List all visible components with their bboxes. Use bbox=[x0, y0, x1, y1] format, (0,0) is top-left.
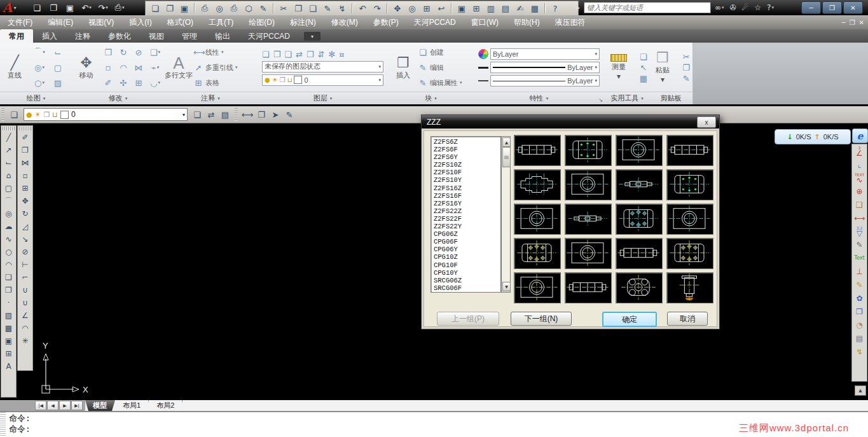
ok-button[interactable]: 确定 bbox=[602, 312, 657, 327]
favorites-star-icon[interactable]: ☆ bbox=[754, 3, 761, 12]
palette-icon[interactable]: ⬡ bbox=[242, 3, 256, 14]
block-list-item[interactable]: CPG10F bbox=[434, 261, 500, 269]
app-logo[interactable]: A ▾ bbox=[1, 0, 27, 15]
polyline-icon[interactable]: ⌙ bbox=[2, 156, 15, 169]
block-list-item[interactable]: CPG06Z bbox=[434, 230, 500, 238]
block-thumbnail[interactable] bbox=[565, 204, 612, 235]
layer-control-dropdown[interactable]: ●☀❐⊔ 0 ▾ bbox=[24, 108, 188, 121]
dialog-close-button[interactable]: x bbox=[697, 116, 716, 128]
roughness-icon[interactable]: 3.2▽ bbox=[853, 225, 866, 238]
quickcalc-icon[interactable]: ▦ bbox=[528, 3, 542, 14]
polyline-icon[interactable]: ⌙ bbox=[50, 45, 66, 60]
save-icon[interactable]: ▣ bbox=[62, 1, 78, 14]
menu-item[interactable]: 格式(O) bbox=[160, 15, 201, 29]
restore-button[interactable]: ❐ bbox=[822, 1, 842, 14]
menu-item[interactable]: 绘图(D) bbox=[241, 15, 282, 29]
insert-block-icon[interactable]: ❏ bbox=[2, 271, 15, 284]
cut-icon[interactable]: ✂ bbox=[277, 3, 291, 14]
sketch-icon[interactable]: ✎ bbox=[282, 108, 296, 121]
chamfer-icon[interactable]: ◡▾ bbox=[146, 75, 164, 90]
designcenter-icon[interactable]: ⊞ bbox=[469, 3, 483, 14]
balloon-icon[interactable]: ◔ bbox=[853, 318, 866, 331]
menu-item[interactable]: 视图(V) bbox=[81, 15, 121, 29]
minimize-button[interactable]: ─ bbox=[801, 1, 821, 14]
3d-rotate-icon[interactable]: ✣ bbox=[116, 75, 131, 90]
tab-prev-icon[interactable]: ◀ bbox=[47, 401, 59, 410]
chamfer-dim-icon[interactable]: 3∠ bbox=[853, 144, 866, 158]
gradient-icon[interactable]: ▩ bbox=[2, 322, 15, 335]
doc-close-button[interactable]: ✕ bbox=[859, 19, 864, 26]
layer-properties-icon[interactable]: ❏ bbox=[7, 108, 21, 121]
symbol-library-icon[interactable]: ✿ bbox=[853, 291, 866, 305]
menu-item[interactable]: 天河PCCAD bbox=[406, 15, 464, 29]
block-thumbnail[interactable] bbox=[565, 238, 612, 269]
extend-icon[interactable]: ⊢ bbox=[18, 258, 32, 271]
block-thumbnail[interactable] bbox=[666, 169, 713, 200]
block-thumbnail[interactable] bbox=[514, 204, 561, 235]
save-icon[interactable]: ▣ bbox=[177, 3, 191, 14]
bolt-icon[interactable]: ↯ bbox=[853, 345, 866, 358]
layer-change-icon[interactable]: ⇄ bbox=[296, 50, 303, 59]
block-thumbnail[interactable] bbox=[514, 169, 561, 200]
panel-annotate-footer[interactable]: 注释▾ bbox=[164, 92, 257, 104]
plot-icon[interactable]: ⎙▾ bbox=[112, 1, 127, 14]
command-line-area[interactable]: 命令:命令: 三维网www.3dportal.cn bbox=[0, 411, 868, 437]
layer-translate-icon[interactable]: ▤ bbox=[218, 108, 232, 121]
layer-prev-icon[interactable]: ❑ bbox=[284, 50, 292, 59]
layer-match-icon[interactable]: ❐ bbox=[273, 50, 281, 59]
search-input[interactable] bbox=[584, 2, 711, 13]
break-point-icon[interactable]: ⌐ bbox=[18, 271, 32, 284]
rectangle-icon[interactable]: ▢ bbox=[50, 60, 66, 75]
menu-item[interactable]: 工具(T) bbox=[201, 15, 241, 29]
sheetset-icon[interactable]: ▤ bbox=[499, 3, 513, 14]
menu-item[interactable]: 液压图符 bbox=[548, 15, 593, 29]
copy-icon[interactable]: ❐ bbox=[100, 45, 116, 60]
attribute-edit-button[interactable]: ✎编辑属性▾ bbox=[418, 75, 462, 90]
attribute-edit-icon[interactable]: ✎ bbox=[853, 278, 866, 291]
explode-icon[interactable]: ⊞ bbox=[131, 75, 146, 90]
dialog-launcher-icon[interactable]: ↘ bbox=[598, 97, 603, 103]
datum-icon[interactable]: ⊥ bbox=[853, 265, 866, 278]
undo-icon[interactable]: ↶▾ bbox=[79, 1, 94, 14]
rotate-icon[interactable]: ↻ bbox=[116, 45, 131, 60]
script-icon[interactable]: ➤ bbox=[268, 108, 282, 121]
copy-clip-icon[interactable]: ❐ bbox=[682, 63, 690, 73]
plot-icon[interactable]: ⎙ bbox=[198, 3, 212, 14]
command-grip[interactable] bbox=[0, 412, 6, 437]
publish-icon[interactable]: ⎙ bbox=[227, 3, 241, 14]
point-id-icon[interactable]: ↖ bbox=[640, 63, 647, 73]
redo-icon[interactable]: ↷▾ bbox=[95, 1, 111, 14]
fillet-icon[interactable]: ◠ bbox=[116, 60, 131, 75]
block-thumbnail[interactable] bbox=[514, 238, 561, 269]
panel-block-footer[interactable]: 块▾ bbox=[389, 92, 473, 104]
line-icon[interactable]: ╱ bbox=[2, 131, 15, 144]
toolbar-grip[interactable] bbox=[1, 108, 4, 121]
zoom-realtime-icon[interactable]: ◎ bbox=[405, 3, 419, 14]
communication-key-icon[interactable]: ✇ bbox=[729, 3, 736, 12]
paste-special-icon[interactable]: ✎ bbox=[682, 74, 690, 83]
spline-icon[interactable]: ∿ bbox=[2, 233, 15, 246]
ribbon-tab-注释[interactable]: 注释 bbox=[66, 29, 99, 43]
sketch-icon[interactable]: ✎ bbox=[853, 238, 866, 251]
mirror-icon[interactable]: ⋈ bbox=[18, 156, 32, 169]
zoom-previous-icon[interactable]: ↩ bbox=[434, 3, 448, 14]
doc-minimize-button[interactable]: ─ bbox=[842, 19, 846, 26]
block-list-item[interactable]: Z2FS10Z bbox=[434, 161, 500, 169]
matchprop-icon[interactable]: ✎ bbox=[320, 3, 334, 14]
rotate-icon[interactable]: ↻ bbox=[18, 207, 32, 220]
search-binoculars-icon[interactable]: ∞▾ bbox=[715, 3, 724, 12]
table-icon[interactable]: ⊞ bbox=[2, 347, 15, 360]
subscription-satellite-icon[interactable]: ☄ bbox=[742, 3, 749, 12]
chamfer-icon[interactable]: ∠ bbox=[18, 309, 32, 322]
menu-item[interactable]: 修改(M) bbox=[324, 15, 366, 29]
multileader-button[interactable]: ➚多重引线▾ bbox=[193, 60, 238, 75]
arc-icon[interactable]: ⌒▾ bbox=[29, 45, 50, 60]
circle-icon[interactable]: ◎▾ bbox=[29, 60, 50, 75]
menu-item[interactable]: 帮助(H) bbox=[506, 15, 548, 29]
erase-icon[interactable]: ✐ bbox=[18, 131, 32, 144]
bylayer-dropdown[interactable]: ByLayer▾ bbox=[490, 62, 600, 73]
block-list-item[interactable]: Z2FS16F bbox=[434, 192, 500, 200]
block-list-item[interactable]: CPG06Y bbox=[434, 246, 500, 253]
ray-icon[interactable]: ↗ bbox=[2, 144, 15, 156]
layer-isolate-icon[interactable]: ❒ bbox=[307, 50, 314, 59]
